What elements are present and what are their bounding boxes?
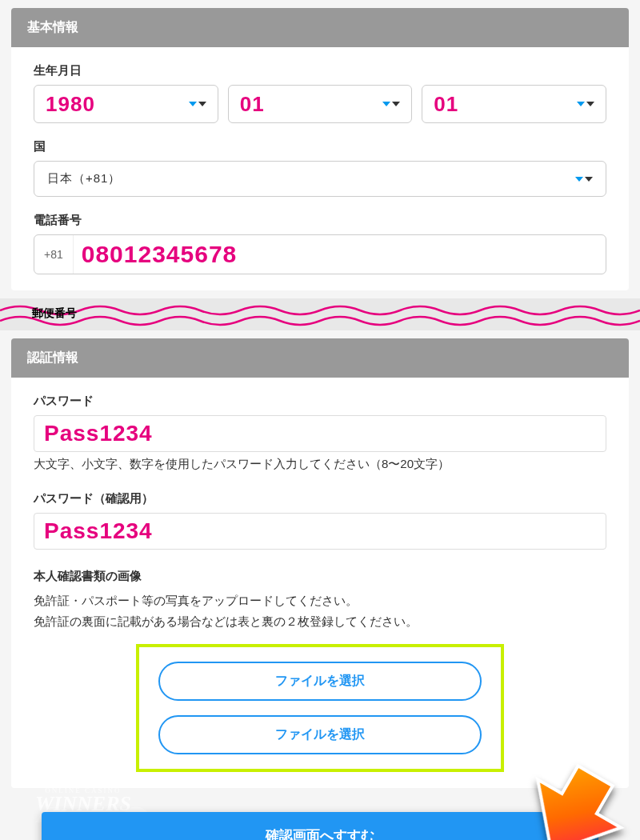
- watermark-main1: WINNERS: [35, 794, 131, 813]
- dob-year-select[interactable]: 1980: [34, 85, 218, 123]
- dob-year-value: 1980: [46, 92, 95, 117]
- password-label: パスワード: [34, 394, 606, 409]
- password-help: 大文字、小文字、数字を使用したパスワード入力してください（8〜20文字）: [34, 457, 606, 472]
- phone-label: 電話番号: [34, 213, 606, 228]
- dob-label: 生年月日: [34, 63, 606, 78]
- file-select-button-1[interactable]: ファイルを選択: [158, 662, 482, 701]
- submit-button[interactable]: 確認画面へすすむ: [42, 812, 598, 840]
- dob-month-select[interactable]: 01: [228, 85, 413, 123]
- phone-field[interactable]: +81: [34, 234, 606, 274]
- dob-day-value: 01: [434, 92, 458, 117]
- file-select-button-2[interactable]: ファイルを選択: [158, 715, 482, 754]
- dob-month-value: 01: [240, 92, 265, 117]
- chevron-down-icon: [189, 102, 206, 106]
- country-value: 日本（+81）: [47, 171, 121, 186]
- password-confirm-label: パスワード（確認用）: [34, 491, 606, 506]
- dob-day-select[interactable]: 01: [422, 85, 606, 123]
- section-header-auth: 認証情報: [11, 338, 629, 378]
- upload-desc-line2: 免許証の裏面に記載がある場合などは表と裏の２枚登録してください。: [34, 611, 606, 632]
- upload-description: 免許証・パスポート等の写真をアップロードしてください。 免許証の裏面に記載がある…: [34, 590, 606, 631]
- postal-label: 郵便番号: [32, 306, 77, 321]
- chevron-down-icon: [575, 177, 593, 182]
- upload-label: 本人確認書類の画像: [34, 569, 606, 584]
- basic-info-section: 基本情報 生年月日 1980 01 01 国 日本: [11, 8, 629, 290]
- chevron-down-icon: [577, 102, 594, 106]
- upload-highlight-box: ファイルを選択 ファイルを選択: [136, 644, 504, 772]
- phone-prefix: +81: [34, 235, 74, 274]
- password-input[interactable]: [34, 415, 606, 452]
- section-header-basic: 基本情報: [11, 8, 629, 47]
- upload-desc-line1: 免許証・パスポート等の写真をアップロードしてください。: [34, 590, 606, 611]
- country-select[interactable]: 日本（+81）: [34, 161, 606, 197]
- content-break-divider: 郵便番号: [0, 298, 640, 330]
- password-confirm-input[interactable]: [34, 513, 606, 550]
- country-label: 国: [34, 139, 606, 154]
- phone-input[interactable]: [74, 241, 606, 268]
- auth-info-section: 認証情報 パスワード 大文字、小文字、数字を使用したパスワード入力してください（…: [11, 338, 629, 788]
- chevron-down-icon: [382, 102, 400, 106]
